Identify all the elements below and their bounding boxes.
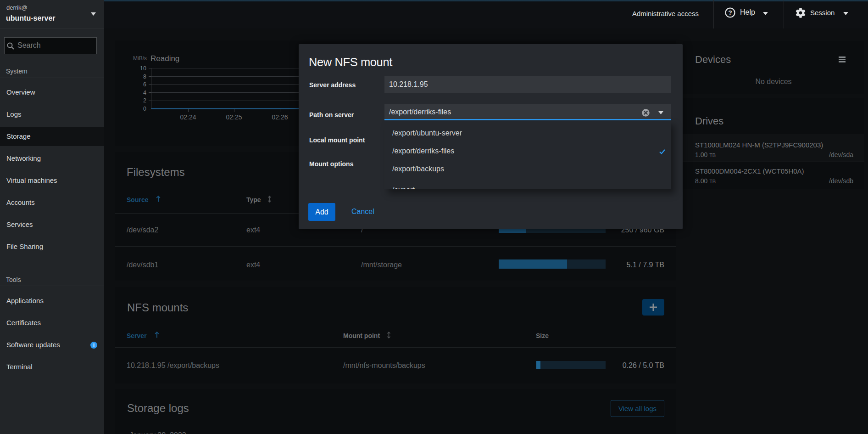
svg-text:?: ?	[728, 9, 732, 16]
